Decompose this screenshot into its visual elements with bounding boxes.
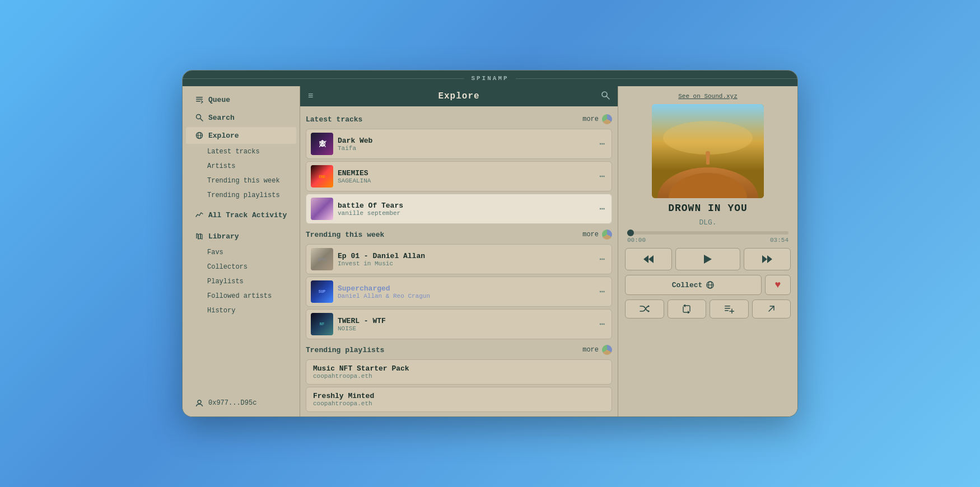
search-header-icon[interactable]: [596, 91, 610, 102]
track-thumb-dark-web: 🕸: [311, 133, 333, 155]
sidebar-item-followed-artists[interactable]: Followed artists: [186, 289, 296, 303]
collect-row: Collect ♥: [625, 275, 791, 295]
sidebar-item-trending-week[interactable]: Trending this week: [186, 174, 296, 188]
progress-bar[interactable]: [627, 231, 788, 235]
sidebar-queue-label: Queue: [208, 96, 230, 104]
progress-container: 00:00 03:54: [625, 231, 791, 244]
share-button[interactable]: [752, 299, 791, 319]
svg-rect-2: [196, 101, 200, 102]
svg-rect-1: [196, 99, 203, 100]
track-name-supercharged: Supercharged: [338, 284, 592, 293]
sidebar-followed-label: Followed artists: [207, 292, 272, 300]
svg-point-17: [706, 151, 710, 156]
rewind-button[interactable]: [625, 248, 672, 270]
track-info-supercharged: Supercharged Daniel Allan & Reo Cragun: [338, 284, 592, 299]
track-menu-enemies[interactable]: ⋯: [597, 170, 607, 183]
sidebar-item-queue[interactable]: Queue: [186, 91, 296, 108]
title-bar: SPINAMP: [183, 71, 797, 86]
sidebar-item-artists[interactable]: Artists: [186, 160, 296, 173]
trending-playlists-dot: [602, 345, 612, 355]
track-item-battle[interactable]: battle Of Tears vanille september ⋯: [306, 194, 612, 224]
track-info-ep01: Ep 01 - Daniel Allan Invest in Music: [338, 252, 592, 267]
playlist-author-freshly: coopahtroopa.eth: [313, 400, 605, 407]
trending-week-dot: [602, 230, 612, 240]
album-art: [652, 104, 764, 198]
trending-week-title: Trending this week: [306, 231, 384, 239]
playback-controls: [625, 248, 791, 270]
sidebar-item-explore[interactable]: Explore: [186, 127, 296, 144]
svg-marker-19: [648, 255, 654, 263]
sidebar-item-search[interactable]: Search: [186, 109, 296, 126]
track-item-ep01[interactable]: EP01 Ep 01 - Daniel Allan Invest in Musi…: [306, 244, 612, 274]
track-name-dark-web: Dark Web: [338, 137, 592, 145]
track-artist-battle: vanille september: [338, 210, 592, 217]
sidebar-artists-label: Artists: [207, 162, 235, 170]
menu-icon[interactable]: ≡: [308, 91, 321, 101]
sidebar-account[interactable]: 0x977...D95c: [186, 395, 296, 411]
track-thumb-supercharged: SUP: [311, 280, 333, 303]
extra-controls: [625, 299, 791, 319]
play-button[interactable]: [675, 248, 740, 270]
track-item-enemies[interactable]: ENE ENEMIES SAGEALINA ⋯: [306, 161, 612, 191]
playlist-item-freshly[interactable]: Freshly Minted coopahtroopa.eth: [306, 387, 612, 412]
svg-rect-32: [725, 310, 729, 311]
sidebar-library-label: Library: [208, 232, 239, 241]
sidebar-item-history[interactable]: History: [186, 304, 296, 317]
svg-point-8: [198, 400, 201, 404]
account-icon: [195, 399, 204, 408]
svg-rect-31: [725, 308, 730, 309]
latest-tracks-more[interactable]: more: [582, 115, 599, 123]
track-item-dark-web[interactable]: 🕸 Dark Web Taifa ⋯: [306, 129, 612, 159]
sidebar-item-latest-tracks[interactable]: Latest tracks: [186, 145, 296, 158]
center-header: ≡ Explore: [300, 86, 618, 106]
add-to-playlist-button[interactable]: [710, 299, 749, 319]
sidebar-account-label: 0x977...D95c: [208, 399, 256, 407]
track-artist-twerl: NOISE: [338, 325, 592, 332]
track-menu-twerl[interactable]: ⋯: [597, 317, 607, 331]
queue-icon: [195, 95, 204, 104]
trending-week-more[interactable]: more: [582, 231, 599, 238]
sidebar-item-collectors[interactable]: Collectors: [186, 260, 296, 274]
playlist-item-starter[interactable]: Music NFT Starter Pack coopahtroopa.eth: [306, 359, 612, 385]
sidebar-item-favs[interactable]: Favs: [186, 246, 296, 259]
track-thumb-ep01: EP01: [311, 248, 333, 270]
sidebar-explore-label: Explore: [208, 132, 239, 140]
see-on-soundxyz[interactable]: See on Sound.xyz: [678, 93, 738, 100]
forward-button[interactable]: [744, 248, 791, 270]
track-menu-battle[interactable]: ⋯: [597, 202, 607, 216]
sidebar-item-library[interactable]: Library: [186, 228, 296, 245]
track-menu-supercharged[interactable]: ⋯: [597, 285, 607, 298]
repeat-button[interactable]: [668, 299, 707, 319]
sidebar-item-all-track-activity[interactable]: All Track Activity: [186, 207, 296, 223]
library-icon: [195, 232, 204, 241]
app-window: SPINAMP Queue: [182, 70, 798, 417]
sidebar-trending-label: Trending this week: [207, 177, 280, 185]
svg-line-10: [606, 96, 609, 99]
activity-icon: [195, 210, 204, 219]
sidebar-latest-label: Latest tracks: [207, 148, 260, 156]
trending-week-header: Trending this week more: [306, 230, 612, 240]
trending-playlists-more[interactable]: more: [582, 346, 599, 354]
player-track-title: DROWN IN YOU: [668, 203, 748, 214]
track-name-battle: battle Of Tears: [338, 202, 592, 210]
track-thumb-twerl: NF: [311, 313, 333, 335]
playlist-name-starter: Music NFT Starter Pack: [313, 364, 605, 373]
right-panel: See on Sound.xyz: [618, 86, 797, 416]
svg-marker-27: [648, 310, 650, 312]
track-item-twerl[interactable]: NF TWERL - WTF NOISE ⋯: [306, 309, 612, 339]
track-artist-dark-web: Taifa: [338, 145, 592, 152]
fav-button[interactable]: ♥: [765, 275, 791, 295]
track-item-supercharged[interactable]: SUP Supercharged Daniel Allan & Reo Crag…: [306, 277, 612, 307]
sidebar-item-playlists[interactable]: Playlists: [186, 275, 296, 288]
track-thumb-enemies: ENE: [311, 165, 333, 188]
progress-times: 00:00 03:54: [627, 237, 788, 244]
trending-playlists-header: Trending playlists more: [306, 345, 612, 355]
sidebar-playlists-label: Playlists: [207, 278, 244, 285]
track-menu-dark-web[interactable]: ⋯: [597, 137, 607, 151]
track-info-enemies: ENEMIES SAGEALINA: [338, 169, 592, 184]
track-menu-ep01[interactable]: ⋯: [597, 252, 607, 266]
trending-playlists-title: Trending playlists: [306, 346, 384, 354]
collect-button[interactable]: Collect: [625, 275, 762, 295]
sidebar-item-trending-playlists[interactable]: Trending playlists: [186, 189, 296, 202]
shuffle-button[interactable]: [625, 299, 664, 319]
